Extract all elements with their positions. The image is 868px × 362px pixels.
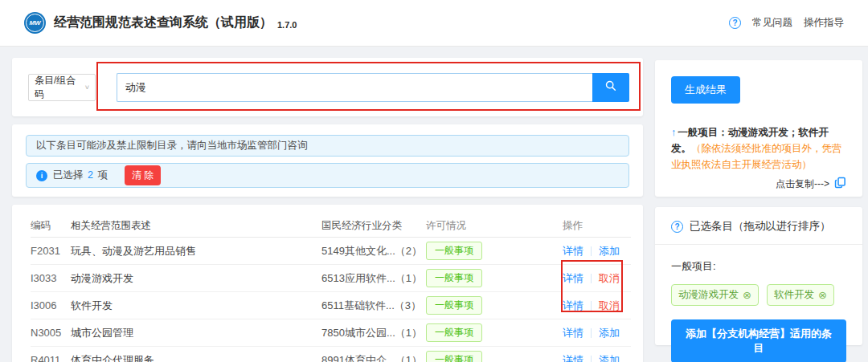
arrow-up-icon: ↑ bbox=[671, 127, 676, 138]
row-industry: 6511基础软件...（3） bbox=[321, 299, 426, 313]
faq-link[interactable]: 常见问题 bbox=[752, 16, 792, 30]
help-icon[interactable]: ? bbox=[671, 221, 683, 233]
row-desc: 动漫游戏开发 bbox=[71, 271, 321, 286]
selected-panel-title: 已选条目（拖动以进行排序） bbox=[690, 219, 831, 234]
app-title: 经营范围规范表述查询系统（试用版） bbox=[54, 14, 272, 31]
table-row: I3006 软件开发 6511基础软件...（3） 一般事项 详情取消 bbox=[31, 292, 631, 319]
license-badge: 一般事项 bbox=[426, 242, 482, 260]
row-detail-link[interactable]: 详情 bbox=[563, 245, 583, 257]
row-desc: 体育中介代理服务 bbox=[71, 353, 321, 362]
selection-bar: i 已选择 2 项 清 除 bbox=[26, 163, 629, 188]
guide-link[interactable]: 操作指导 bbox=[804, 16, 844, 30]
selected-panel-body: 一般项目: 动漫游戏开发 ⊗ 软件开发 ⊗ 添加【分支机构经营】适用的条目 bbox=[655, 245, 862, 362]
selected-panel: ? 已选条目（拖动以进行排序） 一般项目: 动漫游戏开发 ⊗ 软件开发 ⊗ 添加… bbox=[655, 207, 862, 345]
table-row: I3033 动漫游戏开发 6513应用软件...（1） 一般事项 详情取消 bbox=[31, 265, 631, 292]
selected-tags: 动漫游戏开发 ⊗ 软件开发 ⊗ bbox=[671, 284, 846, 306]
copy-icon[interactable] bbox=[834, 177, 846, 191]
result-text: ↑一般项目：动漫游戏开发；软件开发。（除依法须经批准的项目外，凭营业执照依法自主… bbox=[671, 124, 846, 173]
row-license: 一般事项 bbox=[426, 323, 563, 342]
col-header-desc: 相关经营范围表述 bbox=[71, 219, 321, 233]
row-action-secondary[interactable]: 添加 bbox=[599, 354, 620, 362]
col-header-action: 操作 bbox=[563, 219, 631, 233]
row-code: R4011 bbox=[31, 354, 71, 362]
chevron-down-icon: ∨ bbox=[84, 83, 90, 91]
row-desc: 城市公园管理 bbox=[71, 326, 321, 340]
question-circle-icon: ? bbox=[729, 17, 741, 29]
tag-label: 软件开发 bbox=[774, 288, 814, 302]
table-row: R4011 体育中介代理服务 8991体育中介...（1） 一般事项 详情添加 bbox=[31, 347, 631, 362]
row-desc: 玩具、动漫及游艺用品销售 bbox=[71, 244, 321, 258]
search-type-label: 条目/组合码 bbox=[35, 74, 84, 101]
row-detail-link[interactable]: 详情 bbox=[563, 299, 583, 311]
row-code: I3033 bbox=[31, 272, 71, 284]
selected-count: 2 bbox=[88, 169, 93, 181]
action-divider bbox=[591, 356, 592, 362]
col-header-industry: 国民经济行业分类 bbox=[321, 219, 426, 233]
selected-text: 已选择 2 项 bbox=[53, 169, 108, 182]
tag-close-icon[interactable]: ⊗ bbox=[818, 290, 827, 300]
app-header: MW 经营范围规范表述查询系统（试用版） 1.7.0 ? 常见问题 操作指导 bbox=[0, 0, 868, 47]
app-logo-icon: MW bbox=[24, 12, 46, 34]
copy-row: 点击复制---> bbox=[671, 177, 846, 191]
search-group bbox=[117, 73, 629, 102]
row-industry: 6513应用软件...（1） bbox=[321, 271, 426, 286]
action-divider bbox=[591, 274, 592, 283]
row-action-secondary[interactable]: 添加 bbox=[599, 327, 620, 339]
tag-close-icon[interactable]: ⊗ bbox=[743, 290, 751, 300]
group-label: 一般项目: bbox=[671, 259, 846, 274]
logo-letters: MW bbox=[24, 12, 46, 34]
row-action-secondary[interactable]: 取消 bbox=[599, 272, 620, 284]
row-actions: 详情添加 bbox=[563, 353, 631, 362]
brand: MW 经营范围规范表述查询系统（试用版） 1.7.0 bbox=[24, 12, 297, 34]
row-license: 一般事项 bbox=[426, 269, 563, 287]
row-industry: 8991体育中介...（1） bbox=[321, 353, 426, 362]
row-action-secondary[interactable]: 添加 bbox=[599, 245, 620, 257]
row-industry: 7850城市公园...（1） bbox=[321, 326, 426, 340]
add-branch-button[interactable]: 添加【分支机构经营】适用的条目 bbox=[671, 319, 846, 362]
results-table: 编码 相关经营范围表述 国民经济行业分类 许可情况 操作 F2031 玩具、动漫… bbox=[12, 205, 643, 362]
col-header-code: 编码 bbox=[31, 219, 71, 233]
selected-panel-header: ? 已选条目（拖动以进行排序） bbox=[655, 207, 862, 245]
table-header-row: 编码 相关经营范围表述 国民经济行业分类 许可情况 操作 bbox=[31, 215, 631, 238]
table-row: N3005 城市公园管理 7850城市公园...（1） 一般事项 详情添加 bbox=[31, 319, 631, 347]
row-actions: 详情添加 bbox=[563, 244, 631, 258]
restriction-warning-text: 以下条目可能涉及禁止限制目录，请向当地市场监管部门咨询 bbox=[36, 139, 308, 153]
copy-hint[interactable]: 点击复制---> bbox=[776, 177, 829, 191]
search-row: 条目/组合码 ∨ bbox=[12, 58, 643, 116]
search-button[interactable] bbox=[592, 73, 629, 102]
result-panel: 生成结果 ↑一般项目：动漫游戏开发；软件开发。（除依法须经批准的项目外，凭营业执… bbox=[655, 60, 862, 197]
row-detail-link[interactable]: 详情 bbox=[563, 272, 583, 284]
row-code: I3006 bbox=[31, 299, 71, 311]
header-links: ? 常见问题 操作指导 bbox=[729, 16, 844, 30]
col-header-license: 许可情况 bbox=[426, 219, 563, 233]
row-desc: 软件开发 bbox=[71, 299, 321, 313]
info-icon: i bbox=[36, 170, 47, 181]
row-actions: 详情添加 bbox=[563, 326, 631, 340]
row-action-secondary[interactable]: 取消 bbox=[599, 299, 620, 311]
result-note: （除依法须经批准的项目外，凭营业执照依法自主开展经营活动） bbox=[671, 143, 842, 170]
action-divider bbox=[591, 246, 592, 256]
row-actions: 详情取消 bbox=[563, 271, 631, 286]
selected-prefix: 已选择 bbox=[53, 169, 84, 181]
search-card: 条目/组合码 ∨ bbox=[12, 58, 643, 116]
row-license: 一般事项 bbox=[426, 351, 563, 362]
selected-suffix: 项 bbox=[97, 169, 108, 181]
search-type-select[interactable]: 条目/组合码 ∨ bbox=[28, 74, 96, 101]
row-code: F2031 bbox=[31, 245, 71, 257]
row-code: N3005 bbox=[31, 327, 71, 339]
search-input[interactable] bbox=[117, 73, 592, 102]
license-badge: 一般事项 bbox=[426, 269, 482, 287]
action-divider bbox=[591, 301, 592, 311]
selected-tag[interactable]: 软件开发 ⊗ bbox=[767, 284, 834, 306]
notice-card: 以下条目可能涉及禁止限制目录，请向当地市场监管部门咨询 i 已选择 2 项 清 … bbox=[12, 124, 643, 197]
row-detail-link[interactable]: 详情 bbox=[563, 354, 583, 362]
row-detail-link[interactable]: 详情 bbox=[563, 327, 583, 339]
license-badge: 一般事项 bbox=[426, 351, 482, 362]
selected-tag[interactable]: 动漫游戏开发 ⊗ bbox=[671, 284, 759, 306]
row-actions: 详情取消 bbox=[563, 299, 631, 313]
row-industry: 5149其他文化...（2） bbox=[321, 244, 426, 258]
generate-result-button[interactable]: 生成结果 bbox=[671, 76, 740, 104]
clear-selection-button[interactable]: 清 除 bbox=[125, 165, 161, 185]
tag-label: 动漫游戏开发 bbox=[678, 288, 739, 302]
row-license: 一般事项 bbox=[426, 296, 563, 315]
